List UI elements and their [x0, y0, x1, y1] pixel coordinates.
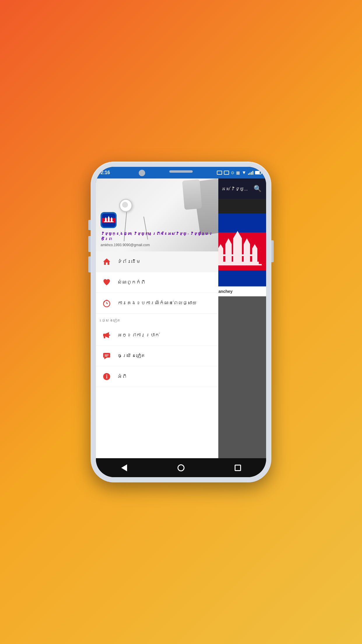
svg-rect-7: [244, 244, 250, 262]
drawer-menu: ទំព័រដើម សំណពូកកំពី: [96, 251, 218, 458]
svg-rect-38: [105, 356, 108, 356]
svg-rect-37: [105, 355, 109, 355]
phone-shape-2: [182, 179, 202, 210]
status-icon-1: [217, 171, 222, 175]
battery-icon: [255, 171, 261, 174]
ads-label: អក្ខរាការប្រាក់: [117, 332, 159, 338]
svg-rect-24: [111, 219, 113, 221]
status-bar: 2:16 ⊙ ▦ ▼: [96, 167, 266, 178]
back-button[interactable]: [118, 462, 130, 474]
svg-point-34: [109, 335, 110, 336]
svg-point-41: [106, 374, 107, 376]
svg-rect-32: [103, 334, 106, 337]
app-logo-svg: [101, 213, 116, 228]
megaphone-svg-icon: [103, 331, 111, 339]
svg-rect-13: [217, 262, 259, 264]
volume-down-button[interactable]: [88, 236, 91, 252]
info-svg-icon: [103, 372, 111, 381]
volume-up-button[interactable]: [88, 220, 91, 230]
silent-button[interactable]: [88, 256, 91, 272]
menu-item-ads[interactable]: អក្ខរាការប្រាក់: [96, 325, 218, 346]
bottom-navigation: [96, 458, 266, 477]
power-button[interactable]: [271, 240, 274, 262]
search-icon[interactable]: 🔍: [254, 185, 261, 192]
navigation-drawer: វិទ្យូក្នុងផ្ទះ: វិទ្យូ FM ព្រឹកនៃអស់វិទ…: [96, 178, 218, 458]
svg-marker-26: [103, 258, 110, 265]
svg-rect-5: [225, 244, 232, 262]
svg-rect-3: [233, 238, 242, 262]
phone-speaker: [169, 170, 193, 173]
phone-camera: [139, 170, 145, 176]
recents-icon: [235, 465, 241, 471]
recents-button[interactable]: [232, 462, 244, 474]
drawer-app-email: amkhco.1993.9090@gmail.com: [101, 243, 214, 247]
drawer-app-title: វិទ្យូក្នុងផ្ទះ: វិទ្យូ FM ព្រឹកនៃអស់វិទ…: [101, 231, 214, 242]
about-label: អំពី: [117, 374, 127, 379]
chat-svg-icon: [103, 352, 111, 360]
timer-svg-icon: [103, 299, 111, 307]
menu-item-about[interactable]: អំពី: [96, 366, 218, 387]
menu-item-favorites[interactable]: សំណពូកកំពី: [96, 272, 218, 293]
home-icon: [102, 257, 112, 267]
info-icon: [102, 372, 112, 382]
phone-device: 2:16 ⊙ ▦ ▼: [91, 162, 271, 482]
svg-rect-20: [108, 218, 110, 221]
status-icons: ⊙ ▦ ▼: [217, 170, 261, 175]
svg-rect-40: [106, 376, 107, 379]
home-button[interactable]: [175, 462, 187, 474]
app-logo: [101, 212, 117, 228]
phone-screen: 2:16 ⊙ ▦ ▼: [96, 167, 266, 477]
network-icon: ▦: [236, 170, 240, 175]
favorites-label: សំណពូកកំពី: [117, 280, 145, 285]
svg-marker-36: [104, 358, 107, 359]
home-nav-icon: [178, 464, 184, 471]
home-svg-icon: [103, 258, 111, 266]
menu-item-share[interactable]: ចម្រើនទៀត: [96, 346, 218, 366]
share-label: ចម្រើនទៀត: [117, 353, 145, 358]
earbud-inner: [122, 202, 128, 208]
wifi-icon: ▼: [242, 170, 246, 175]
svg-rect-14: [214, 264, 262, 265]
menu-item-home[interactable]: ទំព័រដើម: [96, 251, 218, 272]
drawer-header: វិទ្យូក្នុងផ្ទះ: វិទ្យូ FM ព្រឹកនៃអស់វិទ…: [96, 178, 218, 251]
location-icon: ⊙: [231, 170, 234, 175]
signal-icon: [248, 171, 253, 175]
status-icon-2: [224, 171, 229, 175]
timer-icon: [102, 298, 112, 308]
svg-rect-33: [104, 337, 105, 338]
app-logo-inner: [101, 212, 117, 228]
status-time: 2:16: [101, 170, 110, 175]
svg-rect-25: [104, 221, 114, 222]
home-label: ទំព័រដើម: [117, 259, 141, 264]
heart-icon: [102, 277, 112, 287]
heart-svg-icon: [103, 278, 111, 286]
alarm-label: ការគេងខបការណ៍កំណត់ពេលផ្សាយ: [117, 300, 197, 306]
more-section-title: ផ្សេងទៀត: [96, 314, 218, 325]
menu-item-alarm[interactable]: ការគេងខបការណ៍កំណត់ពេលផ្សាយ: [96, 293, 218, 314]
svg-rect-22: [105, 219, 107, 221]
chat-icon: [102, 351, 112, 361]
svg-rect-30: [106, 300, 108, 301]
svg-rect-15: [219, 254, 256, 256]
drawer-app-info: វិទ្យូក្នុងផ្ទះ: វិទ្យូ FM ព្រឹកនៃអស់វិទ…: [101, 231, 214, 247]
megaphone-icon: [102, 330, 112, 340]
back-icon: [121, 464, 127, 471]
screen-content: អស់វិទ្យូ... 🔍 តាប់ប្រើរបំផុត: [96, 178, 266, 458]
